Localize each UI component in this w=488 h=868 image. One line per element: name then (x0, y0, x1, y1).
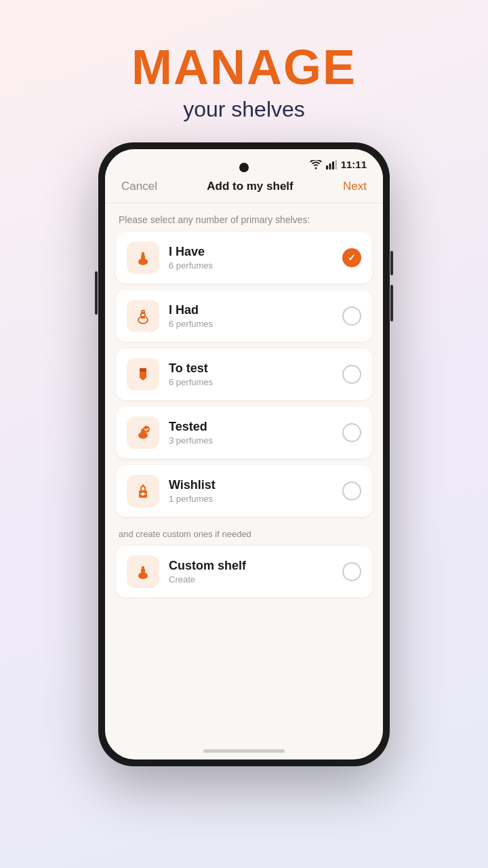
wifi-icon (310, 160, 322, 170)
svg-point-12 (143, 426, 150, 433)
shelf-name-tested: Tested (169, 420, 342, 434)
shelf-count-custom: Create (169, 574, 342, 585)
shelf-name-custom: Custom shelf (169, 559, 342, 573)
shelf-checkbox-i-have[interactable] (342, 248, 361, 267)
custom-hint: and create custom ones if needed (105, 524, 383, 546)
svg-rect-5 (141, 254, 145, 260)
page-title-sub: your shelves (131, 97, 357, 122)
phone-frame: 11:11 Cancel Add to my shelf Next Please… (98, 142, 390, 766)
shelf-icon-to-test (127, 358, 159, 391)
shelf-checkbox-tested[interactable] (342, 423, 361, 442)
shelf-item-custom[interactable]: Custom shelfCreate (116, 546, 372, 597)
shelf-count-i-had: 6 perfumes (169, 319, 342, 329)
shelf-info-i-have: I Have6 perfumes (169, 245, 342, 271)
next-button[interactable]: Next (343, 180, 367, 193)
svg-rect-0 (326, 165, 328, 170)
shelf-info-custom: Custom shelfCreate (169, 559, 342, 585)
shelf-checkbox-wishlist[interactable] (342, 481, 361, 500)
shelf-name-to-test: To test (169, 361, 342, 376)
page-title-main: MANAGE (131, 41, 357, 94)
svg-rect-6 (142, 252, 144, 255)
shelf-item-i-have[interactable]: I Have6 perfumes (116, 232, 372, 283)
shelf-item-tested[interactable]: Tested3 perfumes (116, 407, 372, 458)
shelf-list: I Have6 perfumesI Had6 perfumesTo test6 … (105, 232, 383, 524)
page-header: MANAGE your shelves (131, 41, 357, 122)
shelf-icon-custom (127, 555, 159, 588)
nav-bar: Cancel Add to my shelf Next (105, 173, 383, 203)
shelf-info-to-test: To test6 perfumes (169, 361, 342, 387)
shelf-icon-i-had (127, 300, 159, 332)
shelf-count-to-test: 6 perfumes (169, 377, 342, 387)
shelf-count-tested: 3 perfumes (169, 435, 342, 446)
svg-rect-2 (332, 161, 334, 170)
shelf-item-to-test[interactable]: To test6 perfumes (116, 349, 372, 400)
shelf-icon-wishlist (127, 475, 159, 507)
shelf-info-wishlist: Wishlist1 perfumes (169, 478, 342, 504)
primary-hint: Please select any number of primary shel… (105, 203, 383, 232)
shelf-name-i-had: I Had (169, 303, 342, 317)
phone-screen: 11:11 Cancel Add to my shelf Next Please… (105, 149, 383, 760)
shelf-item-i-had[interactable]: I Had6 perfumes (116, 290, 372, 342)
content-area: Please select any number of primary shel… (105, 203, 383, 744)
shelf-icon-tested (127, 416, 159, 449)
signal-icon (326, 160, 337, 170)
shelf-info-tested: Tested3 perfumes (169, 420, 342, 446)
shelf-icon-i-have (127, 241, 159, 274)
nav-title: Add to my shelf (207, 180, 293, 193)
shelf-checkbox-to-test[interactable] (342, 365, 361, 384)
shelf-checkbox-i-had[interactable] (342, 307, 361, 326)
shelf-count-i-have: 6 perfumes (169, 260, 342, 271)
svg-rect-1 (329, 163, 331, 170)
camera-notch (239, 163, 249, 172)
svg-rect-3 (335, 160, 337, 170)
shelf-checkbox-custom[interactable] (342, 562, 361, 581)
shelf-count-wishlist: 1 perfumes (169, 494, 342, 504)
cancel-button[interactable]: Cancel (121, 180, 157, 193)
volume-up-button (390, 251, 393, 275)
shelf-item-wishlist[interactable]: Wishlist1 perfumes (116, 465, 372, 517)
svg-rect-18 (141, 568, 145, 574)
status-time: 11:11 (341, 159, 367, 170)
shelf-name-wishlist: Wishlist (169, 478, 342, 492)
home-indicator (203, 749, 285, 753)
svg-rect-19 (142, 566, 144, 569)
status-icons: 11:11 (310, 159, 367, 170)
volume-down-button (390, 285, 393, 321)
shelf-info-i-had: I Had6 perfumes (169, 303, 342, 329)
power-button (95, 271, 98, 315)
custom-shelf-list: Custom shelfCreate (105, 546, 383, 604)
shelf-name-i-have: I Have (169, 245, 342, 259)
